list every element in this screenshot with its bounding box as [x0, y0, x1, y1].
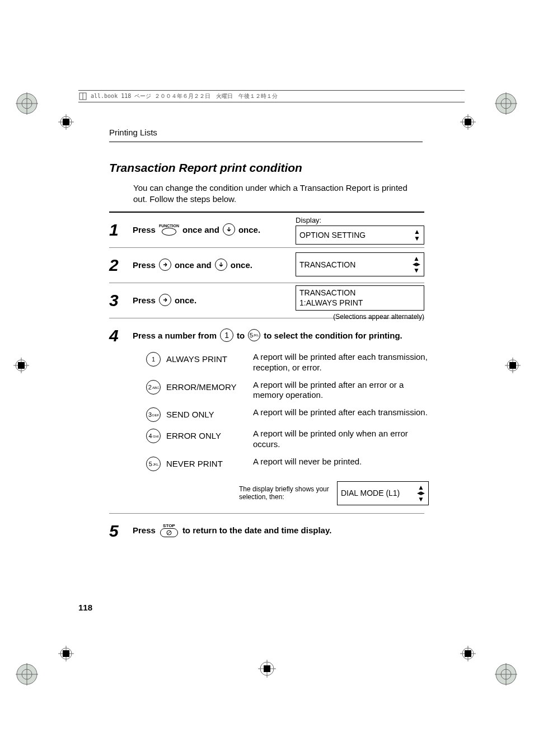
step-number: 1: [109, 219, 133, 238]
once-and-label: once and: [182, 225, 219, 234]
stop-button[interactable]: STOP: [160, 523, 178, 537]
key-1[interactable]: 1: [220, 328, 233, 342]
cond-row: 3DEF SEND ONLY A report will be printed …: [133, 407, 429, 422]
nav-arrows-icon: ▲◀▶▼: [417, 484, 425, 503]
reg-cross-sbr: [458, 644, 478, 666]
down-key[interactable]: [215, 259, 227, 271]
display-box: TRANSACTION 1:ALWAYS PRINT: [296, 285, 424, 311]
display-box: DIAL MODE (L1) ▲◀▶▼: [337, 481, 429, 505]
display-value: OPTION SETTING: [299, 231, 366, 240]
reg-cross-stl: [56, 112, 76, 134]
chevron-right-icon: [162, 297, 168, 303]
cond-desc: A report will be printed after each tran…: [253, 407, 429, 418]
once-and-label: once and: [175, 260, 212, 270]
press-from-label: Press a number from: [133, 331, 217, 340]
reg-cross-ml: [11, 355, 31, 378]
right-key[interactable]: [159, 294, 171, 306]
press-label: Press: [133, 225, 156, 234]
reg-mark-br: [489, 658, 523, 691]
book-icon: [78, 92, 87, 101]
stop-oval-icon: [160, 528, 178, 537]
cond-name: SEND ONLY: [166, 407, 253, 419]
display-value: DIAL MODE (L1): [341, 489, 400, 497]
right-key[interactable]: [159, 259, 171, 271]
keypad-1[interactable]: 1: [146, 352, 161, 367]
chevron-down-icon: [218, 262, 224, 267]
once-label: once.: [175, 295, 196, 305]
reg-cross-str: [458, 112, 478, 134]
reg-mark-bl: [11, 658, 45, 691]
cond-desc: A report will never be printed.: [253, 457, 429, 467]
oval-icon: [162, 228, 176, 236]
nav-arrows-icon: ▲◀▶▼: [413, 255, 420, 274]
reg-mark-tr: [489, 87, 523, 120]
step-number: 3: [109, 290, 133, 309]
step-2: 2 Press once and once. TRANSACTION ▲◀▶▼: [109, 248, 424, 283]
cond-row: 4GHI ERROR ONLY A report will be printed…: [133, 429, 429, 450]
cond-row: 1 ALWAYS PRINT A report will be printed …: [133, 352, 429, 373]
header-text: all.book 118 ページ ２００４年６月２２日 火曜日 午後１２時１分: [91, 92, 278, 100]
reg-mark-bc: [256, 658, 278, 682]
brief-text: The display briefly shows your selection…: [239, 485, 331, 501]
updown-icon: ▲▼: [414, 228, 420, 242]
step-5: 5 Press STOP to return to the date and t…: [109, 514, 424, 548]
press-label: Press: [133, 260, 156, 270]
step-number: 2: [109, 255, 133, 274]
section-title: Printing Lists: [109, 128, 157, 137]
page-heading: Transaction Report print condition: [109, 161, 302, 175]
svg-line-40: [167, 531, 171, 534]
cond-name: NEVER PRINT: [166, 457, 253, 468]
cond-desc: A report will be printed after each tran…: [253, 352, 429, 373]
steps-container: 1 Press FUNCTION once and once. Display:…: [109, 212, 424, 548]
cond-name: ERROR/MEMORY: [166, 380, 253, 392]
step-number: 5: [109, 520, 133, 539]
chevron-down-icon: [226, 227, 232, 232]
key-5[interactable]: 5JKL: [248, 329, 260, 341]
cond-name: ALWAYS PRINT: [166, 352, 253, 364]
keypad-3[interactable]: 3DEF: [146, 407, 161, 422]
display-value: TRANSACTION: [299, 260, 355, 269]
down-key[interactable]: [223, 223, 235, 236]
display-label: Display:: [296, 216, 424, 224]
keypad-2[interactable]: 2ABC: [146, 380, 161, 395]
condition-table: 1 ALWAYS PRINT A report will be printed …: [133, 352, 429, 471]
cond-row: 2ABC ERROR/MEMORY A report will be print…: [133, 380, 429, 401]
intro-text: You can change the condition under which…: [133, 182, 419, 204]
framemaker-header: all.book 118 ページ ２００４年６月２２日 火曜日 午後１２時１分: [78, 90, 465, 102]
once-label: once.: [238, 225, 260, 234]
to-label: to: [237, 331, 245, 340]
select-tail-label: to select the condition for printing.: [264, 331, 402, 340]
once-label: once.: [231, 260, 252, 270]
step-4: 4 Press a number from 1 to 5JKL to selec…: [109, 318, 424, 514]
press-label: Press: [133, 295, 156, 305]
page-number: 118: [78, 603, 92, 612]
display-box: OPTION SETTING ▲▼: [296, 226, 424, 245]
reg-cross-mr: [503, 355, 523, 378]
reg-cross-sbl: [56, 644, 76, 666]
cond-desc: A report will be printed only when an er…: [253, 429, 429, 450]
display-box: TRANSACTION ▲◀▶▼: [296, 252, 424, 276]
cond-row: 5JKL NEVER PRINT A report will never be …: [133, 457, 429, 471]
function-button[interactable]: FUNCTION: [159, 224, 179, 236]
step-number: 4: [109, 325, 133, 344]
display-value: TRANSACTION 1:ALWAYS PRINT: [299, 288, 363, 308]
cond-desc: A report will be printed after an error …: [253, 380, 429, 401]
cond-name: ERROR ONLY: [166, 429, 253, 440]
rule-top: [109, 142, 423, 142]
step-3: 3 Press once. TRANSACTION 1:ALWAYS PRINT…: [109, 283, 424, 318]
keypad-5[interactable]: 5JKL: [146, 457, 161, 471]
step-1: 1 Press FUNCTION once and once. Display:…: [109, 213, 424, 248]
tail-label: to return to the date and time display.: [182, 525, 331, 535]
reg-mark-tl: [11, 87, 45, 120]
press-label: Press: [133, 525, 156, 535]
keypad-4[interactable]: 4GHI: [146, 429, 161, 443]
chevron-right-icon: [162, 262, 168, 267]
